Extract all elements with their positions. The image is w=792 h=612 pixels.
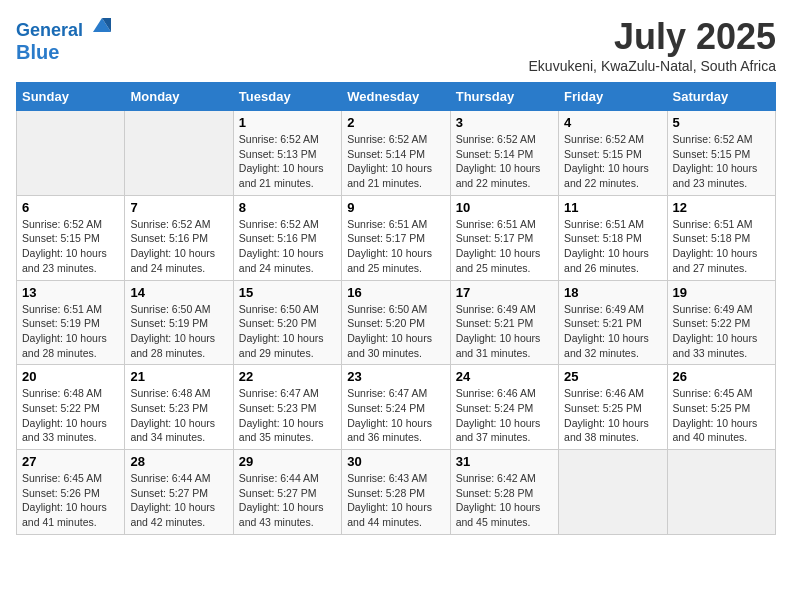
col-tuesday: Tuesday	[233, 83, 341, 111]
title-block: July 2025 Ekuvukeni, KwaZulu-Natal, Sout…	[529, 16, 776, 74]
day-info: Sunrise: 6:51 AM Sunset: 5:17 PM Dayligh…	[456, 217, 553, 276]
day-number: 5	[673, 115, 770, 130]
calendar-cell: 30Sunrise: 6:43 AM Sunset: 5:28 PM Dayli…	[342, 450, 450, 535]
calendar-cell: 21Sunrise: 6:48 AM Sunset: 5:23 PM Dayli…	[125, 365, 233, 450]
calendar-cell: 13Sunrise: 6:51 AM Sunset: 5:19 PM Dayli…	[17, 280, 125, 365]
col-monday: Monday	[125, 83, 233, 111]
calendar-cell: 5Sunrise: 6:52 AM Sunset: 5:15 PM Daylig…	[667, 111, 775, 196]
calendar-table: Sunday Monday Tuesday Wednesday Thursday…	[16, 82, 776, 535]
day-number: 15	[239, 285, 336, 300]
day-info: Sunrise: 6:46 AM Sunset: 5:24 PM Dayligh…	[456, 386, 553, 445]
calendar-cell: 15Sunrise: 6:50 AM Sunset: 5:20 PM Dayli…	[233, 280, 341, 365]
calendar-cell: 28Sunrise: 6:44 AM Sunset: 5:27 PM Dayli…	[125, 450, 233, 535]
col-wednesday: Wednesday	[342, 83, 450, 111]
col-friday: Friday	[559, 83, 667, 111]
day-info: Sunrise: 6:50 AM Sunset: 5:20 PM Dayligh…	[347, 302, 444, 361]
calendar-header: Sunday Monday Tuesday Wednesday Thursday…	[17, 83, 776, 111]
day-number: 10	[456, 200, 553, 215]
calendar-cell: 6Sunrise: 6:52 AM Sunset: 5:15 PM Daylig…	[17, 195, 125, 280]
calendar-cell: 12Sunrise: 6:51 AM Sunset: 5:18 PM Dayli…	[667, 195, 775, 280]
calendar-cell	[17, 111, 125, 196]
col-sunday: Sunday	[17, 83, 125, 111]
day-number: 13	[22, 285, 119, 300]
day-number: 18	[564, 285, 661, 300]
day-number: 21	[130, 369, 227, 384]
page-header: General Blue July 2025 Ekuvukeni, KwaZul…	[16, 16, 776, 74]
day-number: 19	[673, 285, 770, 300]
day-number: 20	[22, 369, 119, 384]
calendar-cell: 10Sunrise: 6:51 AM Sunset: 5:17 PM Dayli…	[450, 195, 558, 280]
day-info: Sunrise: 6:52 AM Sunset: 5:14 PM Dayligh…	[347, 132, 444, 191]
calendar-week-3: 13Sunrise: 6:51 AM Sunset: 5:19 PM Dayli…	[17, 280, 776, 365]
calendar-cell	[125, 111, 233, 196]
day-info: Sunrise: 6:52 AM Sunset: 5:15 PM Dayligh…	[564, 132, 661, 191]
day-number: 17	[456, 285, 553, 300]
day-info: Sunrise: 6:51 AM Sunset: 5:19 PM Dayligh…	[22, 302, 119, 361]
calendar-cell: 2Sunrise: 6:52 AM Sunset: 5:14 PM Daylig…	[342, 111, 450, 196]
day-info: Sunrise: 6:48 AM Sunset: 5:23 PM Dayligh…	[130, 386, 227, 445]
calendar-week-4: 20Sunrise: 6:48 AM Sunset: 5:22 PM Dayli…	[17, 365, 776, 450]
calendar-cell: 9Sunrise: 6:51 AM Sunset: 5:17 PM Daylig…	[342, 195, 450, 280]
day-info: Sunrise: 6:44 AM Sunset: 5:27 PM Dayligh…	[239, 471, 336, 530]
logo-icon	[91, 14, 113, 36]
calendar-cell: 29Sunrise: 6:44 AM Sunset: 5:27 PM Dayli…	[233, 450, 341, 535]
calendar-cell: 4Sunrise: 6:52 AM Sunset: 5:15 PM Daylig…	[559, 111, 667, 196]
day-number: 7	[130, 200, 227, 215]
day-number: 16	[347, 285, 444, 300]
day-info: Sunrise: 6:43 AM Sunset: 5:28 PM Dayligh…	[347, 471, 444, 530]
day-info: Sunrise: 6:42 AM Sunset: 5:28 PM Dayligh…	[456, 471, 553, 530]
calendar-cell	[667, 450, 775, 535]
calendar-cell: 31Sunrise: 6:42 AM Sunset: 5:28 PM Dayli…	[450, 450, 558, 535]
calendar-cell: 17Sunrise: 6:49 AM Sunset: 5:21 PM Dayli…	[450, 280, 558, 365]
day-number: 6	[22, 200, 119, 215]
day-info: Sunrise: 6:45 AM Sunset: 5:25 PM Dayligh…	[673, 386, 770, 445]
col-thursday: Thursday	[450, 83, 558, 111]
day-info: Sunrise: 6:47 AM Sunset: 5:23 PM Dayligh…	[239, 386, 336, 445]
day-info: Sunrise: 6:51 AM Sunset: 5:17 PM Dayligh…	[347, 217, 444, 276]
day-number: 9	[347, 200, 444, 215]
day-info: Sunrise: 6:52 AM Sunset: 5:13 PM Dayligh…	[239, 132, 336, 191]
day-info: Sunrise: 6:52 AM Sunset: 5:14 PM Dayligh…	[456, 132, 553, 191]
day-number: 11	[564, 200, 661, 215]
calendar-cell: 18Sunrise: 6:49 AM Sunset: 5:21 PM Dayli…	[559, 280, 667, 365]
day-number: 3	[456, 115, 553, 130]
day-number: 30	[347, 454, 444, 469]
calendar-cell: 24Sunrise: 6:46 AM Sunset: 5:24 PM Dayli…	[450, 365, 558, 450]
logo-blue: Blue	[16, 41, 113, 64]
day-info: Sunrise: 6:50 AM Sunset: 5:19 PM Dayligh…	[130, 302, 227, 361]
day-number: 31	[456, 454, 553, 469]
calendar-cell: 16Sunrise: 6:50 AM Sunset: 5:20 PM Dayli…	[342, 280, 450, 365]
day-info: Sunrise: 6:49 AM Sunset: 5:22 PM Dayligh…	[673, 302, 770, 361]
day-number: 14	[130, 285, 227, 300]
day-info: Sunrise: 6:50 AM Sunset: 5:20 PM Dayligh…	[239, 302, 336, 361]
day-number: 24	[456, 369, 553, 384]
header-row: Sunday Monday Tuesday Wednesday Thursday…	[17, 83, 776, 111]
day-info: Sunrise: 6:51 AM Sunset: 5:18 PM Dayligh…	[564, 217, 661, 276]
calendar-cell: 14Sunrise: 6:50 AM Sunset: 5:19 PM Dayli…	[125, 280, 233, 365]
calendar-cell: 27Sunrise: 6:45 AM Sunset: 5:26 PM Dayli…	[17, 450, 125, 535]
day-info: Sunrise: 6:46 AM Sunset: 5:25 PM Dayligh…	[564, 386, 661, 445]
day-info: Sunrise: 6:51 AM Sunset: 5:18 PM Dayligh…	[673, 217, 770, 276]
day-info: Sunrise: 6:49 AM Sunset: 5:21 PM Dayligh…	[564, 302, 661, 361]
main-title: July 2025	[529, 16, 776, 58]
logo: General Blue	[16, 16, 113, 64]
day-number: 27	[22, 454, 119, 469]
calendar-cell: 3Sunrise: 6:52 AM Sunset: 5:14 PM Daylig…	[450, 111, 558, 196]
calendar-cell: 1Sunrise: 6:52 AM Sunset: 5:13 PM Daylig…	[233, 111, 341, 196]
day-number: 22	[239, 369, 336, 384]
day-info: Sunrise: 6:52 AM Sunset: 5:16 PM Dayligh…	[239, 217, 336, 276]
day-info: Sunrise: 6:45 AM Sunset: 5:26 PM Dayligh…	[22, 471, 119, 530]
calendar-week-1: 1Sunrise: 6:52 AM Sunset: 5:13 PM Daylig…	[17, 111, 776, 196]
calendar-cell: 19Sunrise: 6:49 AM Sunset: 5:22 PM Dayli…	[667, 280, 775, 365]
subtitle: Ekuvukeni, KwaZulu-Natal, South Africa	[529, 58, 776, 74]
day-number: 2	[347, 115, 444, 130]
day-info: Sunrise: 6:52 AM Sunset: 5:16 PM Dayligh…	[130, 217, 227, 276]
day-number: 26	[673, 369, 770, 384]
day-info: Sunrise: 6:49 AM Sunset: 5:21 PM Dayligh…	[456, 302, 553, 361]
day-info: Sunrise: 6:48 AM Sunset: 5:22 PM Dayligh…	[22, 386, 119, 445]
day-number: 23	[347, 369, 444, 384]
calendar-body: 1Sunrise: 6:52 AM Sunset: 5:13 PM Daylig…	[17, 111, 776, 535]
calendar-cell: 26Sunrise: 6:45 AM Sunset: 5:25 PM Dayli…	[667, 365, 775, 450]
calendar-cell: 7Sunrise: 6:52 AM Sunset: 5:16 PM Daylig…	[125, 195, 233, 280]
day-number: 4	[564, 115, 661, 130]
